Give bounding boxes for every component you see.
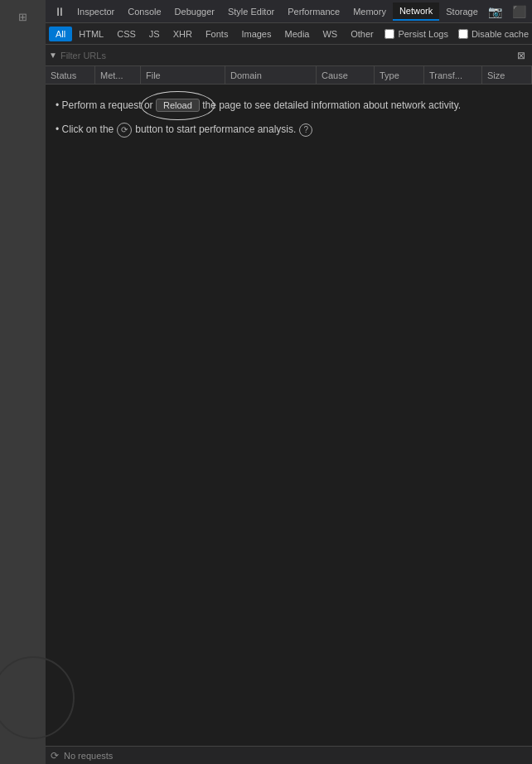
filter-bar: ▼ ⊠ [46,45,532,66]
responsive-button[interactable]: ⬛ [509,3,530,20]
status-bar: ⟳ No requests [46,746,532,764]
subtab-html[interactable]: HTML [72,27,110,41]
screenshot-button[interactable]: 📷 [485,3,505,20]
checkboxes-right: Persist Logs Disable cache [384,29,529,39]
tab-inspector[interactable]: Inspector [70,3,121,20]
tab-performance[interactable]: Performance [281,3,346,20]
persist-logs-checkbox[interactable] [384,29,394,39]
left-sidebar: ⊞ [0,0,46,764]
top-toolbar: ⏸ Inspector Console Debugger Style Edito… [46,0,532,23]
col-cause-header[interactable]: Cause [317,66,375,84]
persist-logs-text: Persist Logs [398,29,448,39]
column-headers: Status Met... File Domain Cause Type Tra… [46,66,532,85]
status-spinner-icon: ⟳ [51,750,59,762]
instruction-line1: • Perform a request or Reload the page t… [56,98,522,114]
subtab-fonts[interactable]: Fonts [199,27,235,41]
instruction-line2: • Click on the ⟳ button to start perform… [56,122,522,138]
tab-debugger[interactable]: Debugger [168,3,221,20]
subtab-ws[interactable]: WS [316,27,344,41]
col-size-header[interactable]: Size [482,66,532,84]
toolbar-icons-right: 📷 ⬛ ⚙ ⬛ ✕ [485,3,532,20]
col-type-header[interactable]: Type [375,66,424,84]
reload-button[interactable]: Reload [156,99,200,112]
instruction-line2-after: button to start performance analysis. [135,122,296,138]
subtab-other[interactable]: Other [344,27,380,41]
devtools-panel: ⏸ Inspector Console Debugger Style Edito… [46,0,532,764]
tab-network[interactable]: Network [393,2,439,21]
sub-toolbar: All HTML CSS JS XHR Fonts Images Media W… [46,23,532,45]
subtab-js[interactable]: JS [143,27,167,41]
disable-cache-text: Disable cache [472,29,529,39]
disable-cache-checkbox[interactable] [458,29,468,39]
disable-cache-label[interactable]: Disable cache [458,29,529,39]
subtab-xhr[interactable]: XHR [167,27,199,41]
subtab-all[interactable]: All [49,27,72,41]
tab-storage[interactable]: Storage [439,3,485,20]
col-domain-header[interactable]: Domain [225,66,317,84]
pause-button[interactable]: ⏸ [49,5,70,18]
tab-style-editor[interactable]: Style Editor [221,3,281,20]
performance-analysis-icon: ⟳ [117,123,132,138]
subtab-css[interactable]: CSS [110,27,143,41]
instruction-line1-after: the page to see detailed information abo… [202,99,461,111]
devtools-tabs: Inspector Console Debugger Style Editor … [70,2,485,21]
sidebar-icons: ⊞ [0,0,46,33]
subtab-images[interactable]: Images [235,27,278,41]
tab-memory[interactable]: Memory [346,3,393,20]
col-method-header[interactable]: Met... [95,66,141,84]
status-text: No requests [64,751,113,761]
reload-circle-annotation: Reload [156,98,200,114]
filter-clear-button[interactable]: ⊠ [514,48,529,63]
filter-icon: ▼ [49,51,57,60]
subtab-media[interactable]: Media [278,27,316,41]
instruction-line2-before: • Click on the [56,122,114,138]
content-area: • Perform a request or Reload the page t… [46,85,532,746]
filter-urls-input[interactable] [60,51,514,60]
col-file-header[interactable]: File [141,66,225,84]
col-transfer-header[interactable]: Transf... [424,66,482,84]
tab-console[interactable]: Console [121,3,167,20]
help-icon[interactable]: ? [299,123,312,137]
sidebar-icon-1[interactable]: ⊞ [11,7,36,27]
col-status-header[interactable]: Status [46,66,95,84]
persist-logs-label[interactable]: Persist Logs [384,29,448,39]
instruction-line1-before: • Perform a request or [56,99,153,111]
sub-tabs: All HTML CSS JS XHR Fonts Images Media W… [49,27,380,41]
